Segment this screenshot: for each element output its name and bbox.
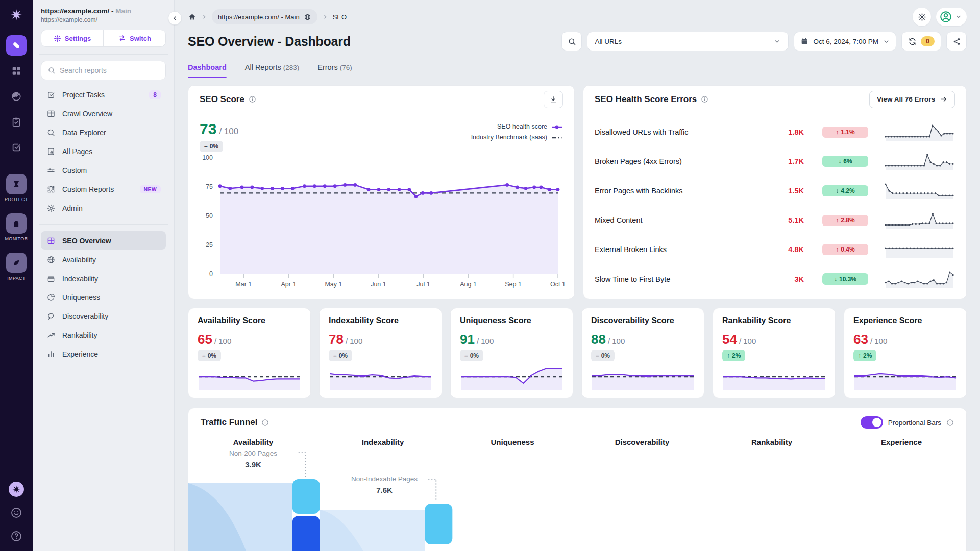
settings-button[interactable]: Settings (41, 30, 103, 46)
uniqueness-score-card[interactable]: Uniqueness Score 91/ 100 – 0% (450, 308, 573, 398)
sidebar-item-experience[interactable]: Experience (41, 344, 166, 363)
seo-score-card: SEO Score 73/ 100 – 0% SEO health s (188, 85, 575, 299)
sidebar-item-custom[interactable]: Custom (41, 161, 166, 180)
home-icon[interactable] (188, 13, 197, 21)
score-change-badge: – 0% (198, 350, 221, 361)
brand-starburst-icon (10, 8, 23, 21)
url-filter-select[interactable]: All URLs (587, 32, 789, 51)
funnel-bar-non-200[interactable] (292, 479, 320, 514)
view-all-errors-button[interactable]: View All 76 Errors (869, 91, 955, 108)
download-button[interactable] (544, 91, 563, 108)
discoverability-score-card[interactable]: Discoverability Score 88/ 100 – 0% (581, 308, 704, 398)
sidebar-item-indexability[interactable]: Indexability (41, 269, 166, 288)
feedback-smiley-icon[interactable] (9, 505, 24, 520)
availability-score-card[interactable]: Availability Score 65/ 100 – 0% (188, 308, 311, 398)
impact-app-icon[interactable] (6, 253, 27, 273)
sidebar-item-crawl-overview[interactable]: Crawl Overview (41, 104, 166, 123)
rail-gauge-button[interactable] (6, 86, 27, 107)
switch-project-button[interactable]: Switch (104, 30, 165, 46)
brand-circle-icon[interactable] (9, 482, 24, 497)
sliders-icon (46, 166, 56, 175)
sidebar-collapse-button[interactable] (168, 11, 182, 25)
info-icon[interactable] (946, 419, 954, 427)
error-row-external-broken-links[interactable]: External Broken Links 4.8K ↑ 0.4% (595, 239, 955, 260)
sidebar-item-rankability[interactable]: Rankability (41, 325, 166, 344)
x-axis-label: Mar 1 (235, 281, 252, 288)
sidebar-reports-nav: SEO Overview Availability Indexability U… (41, 231, 166, 363)
funnel-annotation-non-indexable: Non-Indexable Pages 7.6K (326, 475, 443, 494)
rankability-score-card[interactable]: Rankability Score 54/ 100 ↑ 2% (713, 308, 836, 398)
impact-label: IMPACT (7, 276, 26, 281)
score-change-badge: – 0% (329, 350, 352, 361)
funnel-annotation-non-200: Non-200 Pages 3.9K (194, 449, 312, 469)
sidebar-item-seo-overview[interactable]: SEO Overview (41, 231, 166, 250)
error-change-badge: ↓ 4.2% (822, 185, 868, 196)
score-change-badge: – 0% (591, 350, 615, 361)
proportional-bars-toggle[interactable] (861, 416, 883, 429)
custom-reports-new-badge: NEW (140, 185, 161, 193)
project-url: https://example.com/ (41, 16, 166, 23)
user-menu[interactable] (936, 8, 967, 26)
sidebar-item-data-explorer[interactable]: Data Explorer (41, 123, 166, 142)
breadcrumb-project[interactable]: https://example.com/ - Main (212, 9, 317, 24)
error-row-broken-pages[interactable]: Broken Pages (4xx Errors) 1.7K ↓ 6% (595, 151, 955, 171)
rail-task-check-button[interactable] (6, 137, 27, 158)
tab-dashboard[interactable]: Dashboard (188, 63, 227, 78)
protect-app-icon[interactable] (6, 174, 27, 194)
page-title: SEO Overview - Dashboard (188, 34, 351, 49)
tab-errors[interactable]: Errors (76) (317, 63, 352, 78)
error-row-slow-ttfb[interactable]: Slow Time to First Byte 3K ↓ 10.3% (595, 269, 955, 289)
search-icon (568, 37, 576, 46)
chevron-left-icon (172, 15, 178, 21)
project-name: https://example.com/ - Main (41, 7, 166, 15)
settings-gear-button[interactable] (913, 8, 931, 26)
error-row-error-pages-backlinks[interactable]: Error Pages with Backlinks 1.5K ↓ 4.2% (595, 181, 955, 201)
date-picker[interactable]: Oct 6, 2024, 7:00 PM (794, 32, 896, 51)
refresh-icon (908, 37, 917, 46)
project-actions: Settings Switch (41, 30, 166, 47)
chevron-right-icon (323, 14, 328, 19)
rail-clipboard-button[interactable] (6, 112, 27, 132)
sidebar-item-custom-reports[interactable]: Custom Reports NEW (41, 180, 166, 198)
seo-score-value-block: 73/ 100 – 0% (200, 121, 238, 152)
error-row-mixed-content[interactable]: Mixed Content 5.1K ↑ 2.8% (595, 210, 955, 231)
sidebar-item-all-pages[interactable]: All Pages (41, 142, 166, 161)
tab-all-reports[interactable]: All Reports (283) (245, 63, 299, 78)
funnel-bar-non-indexable[interactable] (425, 504, 452, 544)
gear-icon (918, 13, 926, 21)
pages-chart-icon (46, 147, 56, 156)
search-reports-input[interactable] (60, 66, 159, 74)
error-sparkline (884, 269, 955, 289)
help-icon[interactable] (9, 529, 24, 544)
monitor-app-icon[interactable] (6, 213, 27, 234)
error-sparkline (884, 151, 955, 171)
experience-score-card[interactable]: Experience Score 63/ 100 ↑ 2% (844, 308, 967, 398)
error-sparkline (884, 210, 955, 231)
score-change-badge: – 0% (460, 350, 483, 361)
indexability-score-card[interactable]: Indexability Score 78/ 100 – 0% (319, 308, 442, 398)
info-icon[interactable] (701, 95, 708, 103)
archive-icon (46, 274, 56, 283)
url-search-button[interactable] (561, 32, 582, 51)
line-chart-canvas (217, 153, 562, 280)
search-reports-box[interactable] (41, 61, 166, 80)
info-icon[interactable] (261, 419, 269, 427)
sidebar-item-admin[interactable]: Admin (41, 198, 166, 217)
error-change-badge: ↓ 6% (822, 156, 868, 167)
sidebar-item-project-tasks[interactable]: Project Tasks 8 (41, 85, 166, 104)
rail-analyze-button[interactable] (6, 35, 27, 56)
refresh-button[interactable]: 0 (901, 32, 941, 51)
x-axis-label: Jun 1 (371, 281, 386, 288)
info-icon[interactable] (249, 95, 256, 103)
rail-apps-grid-button[interactable] (6, 61, 27, 81)
health-errors-title: SEO Health Score Errors (595, 94, 708, 105)
chevron-down-icon (766, 32, 788, 51)
funnel-bar-availability[interactable] (292, 516, 320, 551)
error-row-disallowed-urls[interactable]: Disallowed URLs with Traffic 1.8K ↑ 1.1% (595, 122, 955, 142)
sidebar-item-uniqueness[interactable]: Uniqueness (41, 288, 166, 307)
x-axis-label: Oct 1 (550, 281, 566, 288)
sidebar-item-discoverability[interactable]: Discoverability (41, 307, 166, 325)
puzzle-icon (46, 185, 56, 194)
share-button[interactable] (946, 32, 967, 51)
sidebar-item-availability[interactable]: Availability (41, 250, 166, 269)
